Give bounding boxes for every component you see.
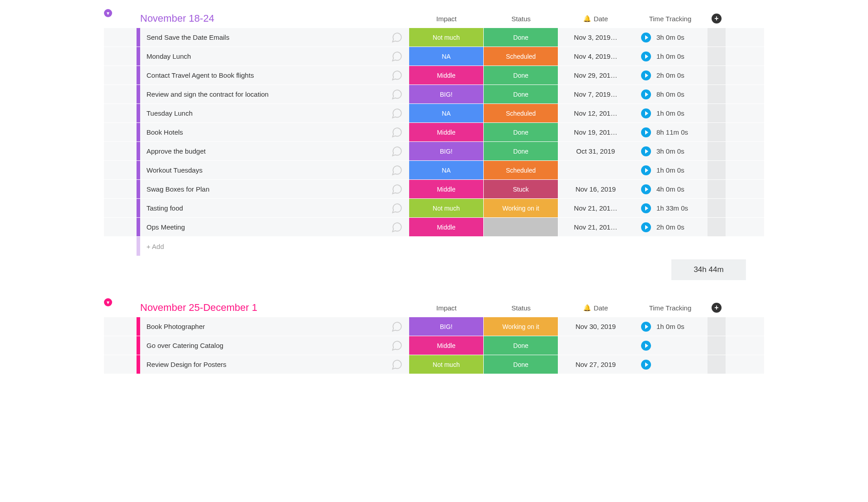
column-header-status[interactable]: Status (484, 304, 558, 312)
table-row[interactable]: Ops MeetingMiddleNov 21, 201…2h 0m 0s (104, 218, 764, 237)
time-cell[interactable]: 3h 0m 0s (633, 33, 708, 42)
chat-icon[interactable] (391, 32, 403, 43)
task-name[interactable]: Workout Tuesdays (140, 166, 384, 174)
chat-icon[interactable] (391, 221, 403, 233)
table-row[interactable]: Tuesday LunchNAScheduledNov 12, 201…1h 0… (104, 104, 764, 123)
task-name[interactable]: Go over Catering Catalog (140, 342, 384, 349)
impact-cell[interactable]: NA (409, 47, 484, 66)
chat-icon[interactable] (391, 359, 403, 371)
date-cell[interactable]: Nov 3, 2019… (558, 33, 633, 41)
status-cell[interactable]: Working on it (484, 199, 558, 217)
table-row[interactable]: Review Design for PostersNot muchDoneNov… (104, 355, 764, 374)
play-icon[interactable] (641, 322, 651, 332)
table-row[interactable]: Send Save the Date EmailsNot muchDoneNov… (104, 28, 764, 47)
status-cell[interactable]: Done (484, 85, 558, 103)
chat-icon[interactable] (391, 164, 403, 176)
date-cell[interactable]: Nov 16, 2019 (558, 185, 633, 193)
time-cell[interactable]: 1h 0m 0s (633, 322, 708, 332)
time-cell[interactable]: 8h 11m 0s (633, 127, 708, 137)
chat-icon[interactable] (391, 108, 403, 119)
chat-icon[interactable] (391, 340, 403, 352)
table-row[interactable]: Tasting foodNot muchWorking on itNov 21,… (104, 199, 764, 218)
time-cell[interactable]: 1h 33m 0s (633, 203, 708, 213)
column-header-status[interactable]: Status (484, 15, 558, 23)
time-cell[interactable]: 2h 0m 0s (633, 70, 708, 80)
status-cell[interactable]: Done (484, 28, 558, 47)
play-icon[interactable] (641, 165, 651, 175)
chat-icon[interactable] (391, 51, 403, 62)
impact-cell[interactable]: Middle (409, 123, 484, 141)
task-name[interactable]: Approve the budget (140, 147, 384, 155)
column-header-impact[interactable]: Impact (409, 15, 484, 23)
impact-cell[interactable]: Middle (409, 218, 484, 236)
column-header-time[interactable]: Time Tracking (633, 304, 708, 312)
date-cell[interactable]: Nov 21, 201… (558, 204, 633, 212)
column-header-time[interactable]: Time Tracking (633, 15, 708, 23)
task-name[interactable]: Contact Travel Agent to Book flights (140, 71, 384, 79)
table-row[interactable]: Approve the budgetBIG!DoneOct 31, 20193h… (104, 142, 764, 161)
time-cell[interactable]: 1h 0m 0s (633, 52, 708, 61)
play-icon[interactable] (641, 89, 651, 99)
date-cell[interactable]: Nov 27, 2019 (558, 361, 633, 368)
date-cell[interactable]: Nov 12, 201… (558, 109, 633, 117)
chat-icon[interactable] (391, 202, 403, 214)
impact-cell[interactable]: NA (409, 161, 484, 179)
time-cell[interactable]: 1h 0m 0s (633, 165, 708, 175)
table-row[interactable]: Review and sign the contract for locatio… (104, 85, 764, 104)
date-cell[interactable]: Nov 30, 2019 (558, 323, 633, 330)
table-row[interactable]: Book PhotographerBIG!Working on itNov 30… (104, 317, 764, 336)
table-row[interactable]: Contact Travel Agent to Book flightsMidd… (104, 66, 764, 85)
chat-icon[interactable] (391, 89, 403, 100)
date-cell[interactable]: Nov 29, 201… (558, 71, 633, 79)
impact-cell[interactable]: Middle (409, 336, 484, 355)
column-header-date[interactable]: 🔔Date (558, 304, 633, 312)
date-cell[interactable]: Nov 7, 2019… (558, 90, 633, 98)
play-icon[interactable] (641, 52, 651, 61)
time-cell[interactable] (633, 341, 708, 351)
time-cell[interactable] (633, 360, 708, 370)
add-column-button[interactable]: + (712, 303, 722, 313)
group-title[interactable]: November 18-24 (140, 13, 214, 24)
impact-cell[interactable]: BIG! (409, 142, 484, 160)
impact-cell[interactable]: Not much (409, 199, 484, 217)
task-name[interactable]: Tasting food (140, 204, 384, 212)
status-cell[interactable]: Done (484, 355, 558, 374)
group-collapse-toggle[interactable]: ▼ (104, 298, 112, 306)
status-cell[interactable]: Done (484, 142, 558, 160)
time-cell[interactable]: 4h 0m 0s (633, 184, 708, 194)
status-cell[interactable]: Stuck (484, 180, 558, 198)
play-icon[interactable] (641, 222, 651, 232)
play-icon[interactable] (641, 341, 651, 351)
table-row[interactable]: Swag Boxes for PlanMiddleStuckNov 16, 20… (104, 180, 764, 199)
time-cell[interactable]: 1h 0m 0s (633, 108, 708, 118)
status-cell[interactable]: Done (484, 123, 558, 141)
table-row[interactable]: Go over Catering CatalogMiddleDone (104, 336, 764, 355)
play-icon[interactable] (641, 184, 651, 194)
play-icon[interactable] (641, 146, 651, 156)
impact-cell[interactable]: Middle (409, 66, 484, 84)
impact-cell[interactable]: NA (409, 104, 484, 122)
table-row[interactable]: Book HotelsMiddleDoneNov 19, 201…8h 11m … (104, 123, 764, 142)
task-name[interactable]: Tuesday Lunch (140, 109, 384, 117)
chat-icon[interactable] (391, 321, 403, 333)
play-icon[interactable] (641, 203, 651, 213)
status-cell[interactable] (484, 218, 558, 236)
status-cell[interactable]: Scheduled (484, 47, 558, 66)
impact-cell[interactable]: BIG! (409, 317, 484, 336)
task-name[interactable]: Book Photographer (140, 323, 384, 330)
chat-icon[interactable] (391, 70, 403, 81)
time-cell[interactable]: 3h 0m 0s (633, 146, 708, 156)
chat-icon[interactable] (391, 145, 403, 157)
play-icon[interactable] (641, 127, 651, 137)
date-cell[interactable]: Nov 19, 201… (558, 128, 633, 136)
play-icon[interactable] (641, 33, 651, 42)
time-cell[interactable]: 8h 0m 0s (633, 89, 708, 99)
date-cell[interactable]: Nov 21, 201… (558, 223, 633, 231)
task-name[interactable]: Review and sign the contract for locatio… (140, 90, 384, 98)
impact-cell[interactable]: Not much (409, 355, 484, 374)
add-column-button[interactable]: + (712, 14, 722, 23)
chat-icon[interactable] (391, 127, 403, 138)
task-name[interactable]: Ops Meeting (140, 223, 384, 231)
add-row[interactable]: + Add (104, 237, 764, 256)
play-icon[interactable] (641, 70, 651, 80)
